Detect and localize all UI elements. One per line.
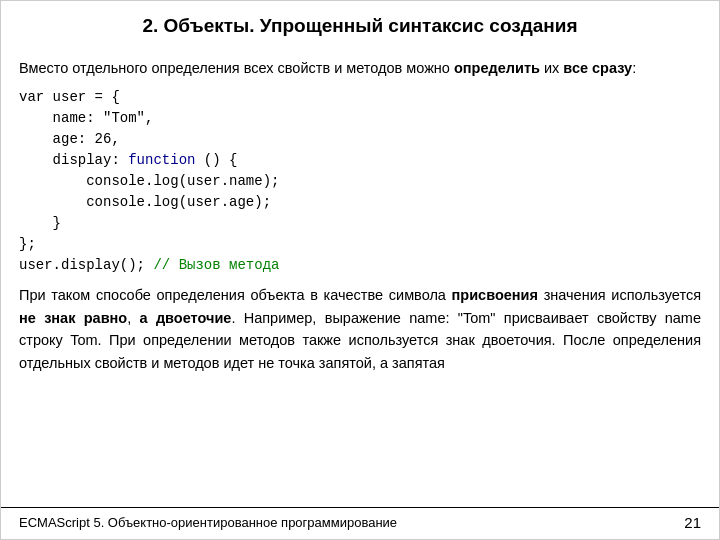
outro-bold1: присвоения bbox=[452, 287, 538, 303]
slide: 2. Объекты. Упрощенный синтаксис создани… bbox=[0, 0, 720, 540]
intro-text-between: их bbox=[540, 60, 563, 76]
outro-bold2: не знак равно bbox=[19, 310, 127, 326]
outro-text1: При таком способе определения объекта в … bbox=[19, 287, 452, 303]
footer-title: ECMAScript 5. Объектно-ориентированное п… bbox=[19, 515, 397, 530]
code-line8: }; bbox=[19, 236, 36, 252]
outro-text3: , bbox=[127, 310, 139, 326]
slide-title: 2. Объекты. Упрощенный синтаксис создани… bbox=[1, 1, 719, 47]
code-line4-keyword: function bbox=[128, 152, 195, 168]
intro-text-before-bold: Вместо отдельного определения всех свойс… bbox=[19, 60, 454, 76]
code-line6: console.log(user.age); bbox=[19, 194, 271, 210]
code-block: var user = { name: "Tom", age: 26, displ… bbox=[19, 87, 701, 276]
intro-bold2: все сразу bbox=[563, 60, 632, 76]
code-line2: name: "Tom", bbox=[19, 110, 153, 126]
slide-footer: ECMAScript 5. Объектно-ориентированное п… bbox=[1, 507, 719, 539]
slide-content: Вместо отдельного определения всех свойс… bbox=[1, 47, 719, 507]
outro-bold3: а двоеточие bbox=[140, 310, 232, 326]
code-line5: console.log(user.name); bbox=[19, 173, 279, 189]
outro-text2: значения используется bbox=[538, 287, 701, 303]
intro-paragraph: Вместо отдельного определения всех свойс… bbox=[19, 57, 701, 79]
code-line4-post: () { bbox=[195, 152, 237, 168]
code-line9-pre: user.display(); bbox=[19, 257, 153, 273]
outro-paragraph: При таком способе определения объекта в … bbox=[19, 284, 701, 374]
footer-page-number: 21 bbox=[684, 514, 701, 531]
code-line7: } bbox=[19, 215, 61, 231]
intro-text-after: : bbox=[632, 60, 636, 76]
intro-bold1: определить bbox=[454, 60, 540, 76]
code-line1: var user = { bbox=[19, 89, 120, 105]
code-line9-comment: // Вызов метода bbox=[153, 257, 279, 273]
code-line4-pre: display: bbox=[19, 152, 128, 168]
code-line3: age: 26, bbox=[19, 131, 120, 147]
